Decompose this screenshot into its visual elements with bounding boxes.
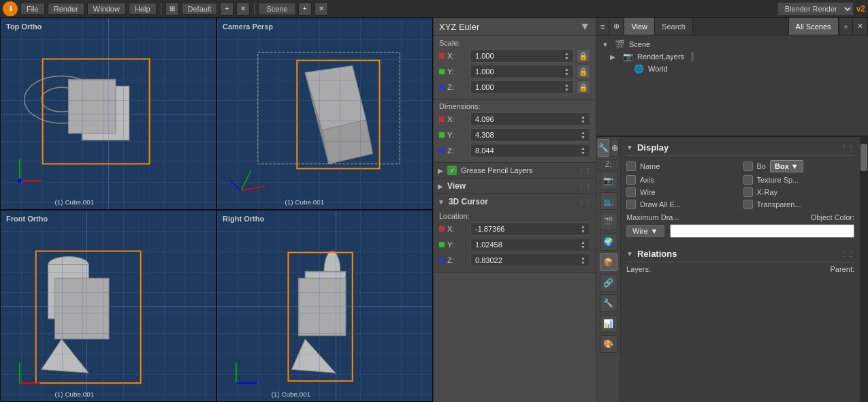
scale-y-row: Y: 1.000 ▲▼ 🔒 (439, 65, 590, 78)
wire-dropdown[interactable]: Wire ▼ (626, 225, 664, 237)
outliner-x-btn[interactable]: ✕ (853, 18, 868, 35)
scene-props-icon[interactable]: 🎬 (600, 213, 617, 230)
prop-arrow[interactable]: ▼ (579, 20, 590, 33)
cursor-y-input[interactable]: 1.02458 ▲▼ (470, 238, 590, 251)
dim-x-input[interactable]: 4.096 ▲▼ (470, 112, 590, 126)
display-axis-row: Axis (626, 175, 738, 185)
scrollbar-thumb[interactable] (861, 144, 867, 171)
axis-checkbox[interactable] (626, 175, 636, 185)
scale-y-lock[interactable]: 🔒 (577, 65, 590, 78)
scale-x-input[interactable]: 1.000 ▲▼ (470, 49, 574, 63)
viewport-bottom-left[interactable]: (1) Cube.001 Front Ortho (0, 210, 216, 402)
engine-select[interactable]: Blender Render (777, 2, 854, 16)
render-props-icon[interactable]: 📷 (600, 172, 617, 189)
dim-x-label: X: (447, 115, 468, 123)
outliner-plus-btn[interactable]: + (840, 18, 853, 35)
center-v-br (336, 211, 336, 401)
dim-z-indicator (439, 148, 445, 153)
center-h-bl (1, 306, 216, 307)
data-props-icon[interactable]: 📊 (600, 315, 617, 333)
cx-indicator (439, 226, 445, 232)
renderlayers-name: RenderLayers (637, 52, 684, 61)
outliner-header: ≡ ⊕ View Search All Scenes + ✕ (596, 18, 868, 35)
object-color-swatch[interactable] (670, 224, 855, 238)
view-btn[interactable]: View (624, 18, 655, 35)
viewport-top-left[interactable]: (1) Cube.001 Top Ortho (0, 18, 216, 210)
props-view-btn[interactable]: 🔧 (598, 139, 609, 157)
name-label: Name (640, 162, 660, 170)
layout-icon[interactable]: ⊞ (165, 2, 179, 16)
cursor-x-input[interactable]: -1.87366 ▲▼ (470, 222, 590, 236)
gp-checkbox[interactable]: ✓ (447, 166, 457, 175)
scene-name: Scene (629, 40, 650, 48)
name-checkbox[interactable] (626, 161, 636, 171)
outliner-icon-btn-1[interactable]: ≡ (596, 18, 609, 35)
world-props-icon[interactable]: 🌍 (600, 233, 617, 251)
view-section[interactable]: ▶ View ⋮⋮ (434, 179, 596, 194)
display-drawall-row: Draw All E... (626, 200, 738, 209)
object-props-icon[interactable]: 📦 (600, 253, 617, 271)
scale-z-row: Z: 1.000 ▲▼ 🔒 (439, 80, 590, 94)
xray-checkbox[interactable] (743, 187, 753, 197)
modifiers-props-icon[interactable]: 🔧 (600, 294, 617, 312)
add-layout-icon[interactable]: + (220, 2, 234, 16)
world-name: World (648, 65, 668, 73)
x-indicator (439, 53, 445, 59)
outliner-icon-btn-2[interactable]: ⊕ (609, 18, 624, 35)
gp-triangle[interactable]: ▶ (438, 167, 443, 174)
display-title: Display (637, 142, 669, 153)
dim-z-row: Z: 8.044 ▲▼ (439, 144, 590, 157)
display-header: ▼ Display ⋮⋮ (626, 140, 854, 156)
close-layout-icon[interactable]: ✕ (236, 2, 250, 16)
scene-icon: 🎬 (614, 40, 625, 49)
outliner-item-world[interactable]: 🌐 World (596, 63, 868, 75)
scale-y-input[interactable]: 1.000 ▲▼ (470, 65, 574, 78)
display-name-row: Name (626, 160, 738, 172)
drawall-checkbox[interactable] (626, 200, 636, 209)
viewport-top-right[interactable]: (1) Cube.001 (1) Cube.001 Camera Persp (216, 18, 433, 210)
add-scene-icon[interactable]: + (298, 2, 312, 16)
transparent-checkbox[interactable] (743, 200, 753, 209)
right-scrollbar[interactable] (860, 137, 868, 402)
default-layout[interactable]: Default (182, 3, 218, 15)
help-menu[interactable]: Help (129, 3, 157, 15)
cursor-z-input[interactable]: 0.83022 ▲▼ (470, 253, 590, 267)
top-bar: ℹ File Render Window Help ⊞ Default + ✕ … (0, 0, 868, 18)
dim-y-input[interactable]: 4.308 ▲▼ (470, 128, 590, 142)
file-menu[interactable]: File (20, 3, 45, 15)
material-props-icon[interactable]: 🎨 (600, 335, 617, 353)
cursor-grip: ⋮⋮ (578, 198, 592, 206)
scale-z-lock[interactable]: 🔒 (577, 80, 590, 94)
parent-label: Parent: (831, 265, 854, 273)
outliner-item-scene[interactable]: ▼ 🎬 Scene (596, 38, 868, 50)
properties-bottom: 🔧 ⊕ Z: 📷 📺 🎬 🌍 📦 🔗 🔧 📊 🎨 (596, 137, 868, 402)
window-menu[interactable]: Window (87, 3, 126, 15)
output-props-icon[interactable]: 📺 (600, 192, 617, 210)
display-grip: ⋮⋮ (841, 144, 854, 151)
scale-x-lock[interactable]: 🔒 (577, 49, 590, 63)
close-scene-icon[interactable]: ✕ (315, 2, 328, 16)
center-h-br (217, 306, 432, 307)
props-add-btn[interactable]: ⊕ (611, 139, 619, 157)
cursor-header[interactable]: ▼ 3D Cursor ⋮⋮ (434, 194, 596, 209)
render-menu[interactable]: Render (48, 3, 84, 15)
dim-y-label: Y: (447, 131, 468, 139)
constraints-props-icon[interactable]: 🔗 (600, 274, 617, 292)
wire-checkbox[interactable] (626, 187, 636, 197)
blender-logo: ℹ (3, 1, 18, 16)
search-btn[interactable]: Search (655, 18, 693, 35)
cursor-x-row: X: -1.87366 ▲▼ (439, 222, 590, 236)
texture-checkbox[interactable] (743, 175, 753, 185)
viewport-bottom-right[interactable]: (1) Cube.001 Right Ortho (216, 210, 433, 402)
all-scenes-btn[interactable]: All Scenes (788, 18, 839, 35)
bo-checkbox[interactable] (743, 161, 753, 171)
texture-label: Texture Sp... (757, 176, 799, 184)
display-transparent-row: Transparen... (743, 200, 855, 209)
location-label: Location: (439, 212, 590, 220)
box-btn[interactable]: Box ▼ (770, 160, 803, 172)
scale-z-input[interactable]: 1.000 ▲▼ (470, 80, 574, 94)
outliner-item-renderlayers[interactable]: ▶ 📷 RenderLayers (596, 50, 868, 63)
outliner-content: ▼ 🎬 Scene ▶ 📷 RenderLayers 🌐 World (596, 35, 868, 136)
dim-z-input[interactable]: 8.044 ▲▼ (470, 144, 590, 157)
dim-z-label: Z: (447, 146, 468, 155)
